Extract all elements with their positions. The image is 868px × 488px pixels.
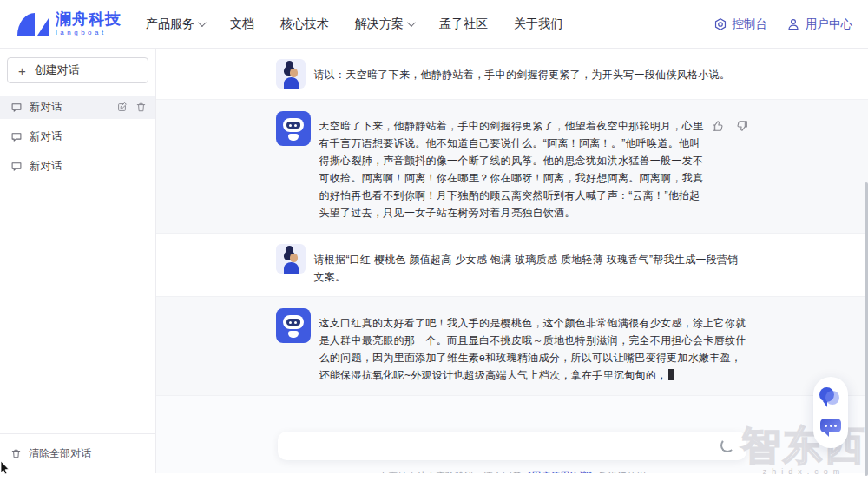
edit-icon[interactable] [116, 102, 128, 113]
vertical-scrollbar[interactable] [865, 182, 868, 476]
menu-core-tech[interactable]: 核心技术 [280, 16, 329, 32]
chat-panel: 请以：天空暗了下来，他静静站着，手中的剑握得更紧了，为开头写一段仙侠风格小说。 … [156, 49, 868, 473]
clear-all-conversations-button[interactable]: 清除全部对话 [0, 433, 155, 473]
bot-avatar [276, 308, 311, 343]
plus-icon: + [18, 64, 26, 77]
thumbs-down-icon[interactable] [735, 119, 749, 133]
bot-message-row: 天空暗了下来，他静静站着，手中的剑握得更紧了，他望着夜空中那轮明月，心里有千言万… [156, 100, 868, 234]
menu-mengzi-community[interactable]: 孟子社区 [439, 16, 488, 32]
floating-action-pill [813, 377, 848, 448]
trash-icon [10, 448, 22, 459]
message-feedback [704, 111, 749, 221]
user-message-text: 请以：天空暗了下来，他静静站着，手中的剑握得更紧了，为开头写一段仙侠风格小说。 [314, 59, 731, 89]
create-conversation-button[interactable]: + 创建对话 [7, 57, 148, 83]
conversation-item-2[interactable]: 新对话 [0, 125, 155, 148]
thumbs-up-icon[interactable] [711, 119, 725, 133]
chevron-down-icon [198, 18, 207, 27]
main-menu: 产品服务 文档 核心技术 解决方案 孟子社区 关于我们 [146, 16, 562, 32]
user-avatar [276, 59, 306, 89]
menu-solutions[interactable]: 解决方案 [355, 16, 413, 32]
loading-spinner-icon [720, 439, 734, 452]
user-message-text: 请根据“口红 樱桃色 颜值超高 少女感 饱满 玻璃质感 质地轻薄 玫瑰香气”帮我… [314, 244, 749, 286]
console-gear-icon [713, 17, 727, 31]
user-message-row: 请根据“口红 樱桃色 颜值超高 少女感 饱满 玻璃质感 质地轻薄 玫瑰香气”帮我… [156, 234, 868, 297]
bot-message-row: 这支口红真的太好看了吧！我入手的是樱桃色，这个颜色非常饱满很有少女感，涂上它你就… [156, 297, 868, 396]
bot-message-text-streaming: 这支口红真的太好看了吧！我入手的是樱桃色，这个颜色非常饱满很有少女感，涂上它你就… [319, 308, 749, 384]
bot-message-text: 天空暗了下来，他静静站着，手中的剑握得更紧了，他望着夜空中那轮明月，心里有千言万… [319, 111, 704, 221]
user-icon [786, 17, 800, 31]
typing-cursor [668, 369, 674, 380]
menu-products[interactable]: 产品服务 [146, 16, 204, 32]
chevron-down-icon [407, 18, 416, 27]
disclaimer-text: 本产品正处于实验阶段，请在同意《用户使用协议》后进行使用 [378, 470, 646, 473]
top-navbar: 澜舟科技 langboat 产品服务 文档 核心技术 解决方案 孟子社区 关于我… [0, 0, 868, 49]
user-agreement-link[interactable]: 《用户使用协议》 [522, 471, 598, 473]
user-center-button[interactable]: 用户中心 [786, 16, 852, 32]
delete-icon[interactable] [135, 102, 147, 113]
conversation-item-3[interactable]: 新对话 [0, 155, 155, 178]
feedback-chat-icon[interactable] [820, 419, 841, 438]
chat-bubble-icon [10, 131, 23, 143]
menu-about-us[interactable]: 关于我们 [514, 16, 562, 32]
brand-subtitle: langboat [56, 30, 122, 36]
chat-bubble-icon [10, 102, 23, 114]
console-button[interactable]: 控制台 [713, 16, 768, 32]
bot-avatar [276, 111, 311, 146]
brand-name: 澜舟科技 [56, 11, 122, 27]
app-window: 澜舟科技 langboat 产品服务 文档 核心技术 解决方案 孟子社区 关于我… [0, 0, 868, 488]
conversation-item-1[interactable]: 新对话 [0, 96, 155, 119]
brand-logo[interactable]: 澜舟科技 langboat [17, 11, 122, 37]
menu-docs[interactable]: 文档 [230, 16, 254, 32]
mouse-cursor [0, 461, 10, 475]
chat-assistant-icon[interactable] [819, 387, 842, 408]
chat-bubble-icon [10, 161, 23, 173]
user-avatar [276, 244, 306, 274]
user-message-row: 请以：天空暗了下来，他静静站着，手中的剑握得更紧了，为开头写一段仙侠风格小说。 [156, 49, 868, 100]
conversation-sidebar: + 创建对话 新对话 新对话 新对话 清除全部对话 [0, 49, 156, 473]
composer-area: 本产品正处于实验阶段，请在同意《用户使用协议》后进行使用 [156, 396, 868, 473]
message-input[interactable] [278, 432, 746, 460]
langboat-sail-icon [17, 11, 49, 37]
